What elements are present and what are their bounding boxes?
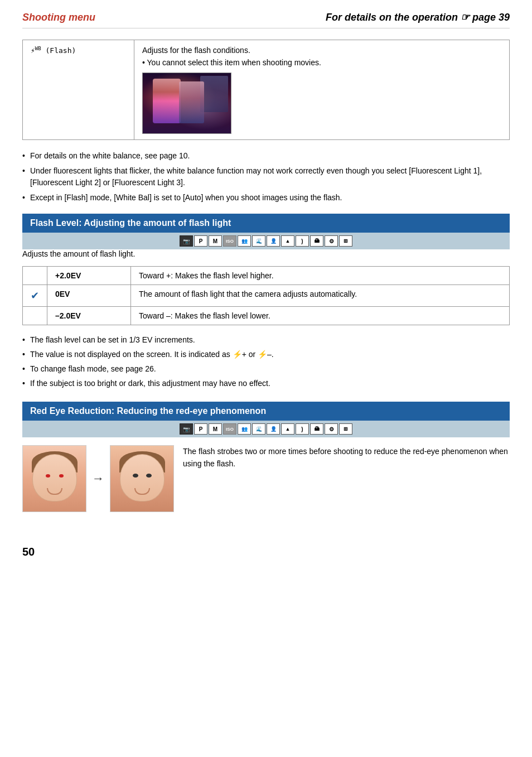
- flash-desc-line1: Adjusts for the flash conditions.: [142, 46, 501, 55]
- ev-minus2: –2.0EV: [47, 307, 131, 325]
- table-row-0ev: ✔ 0EV The amount of flash light that the…: [23, 285, 510, 307]
- check-minus2: [23, 307, 47, 325]
- after-photo: [110, 445, 174, 512]
- ev-0: 0EV: [47, 285, 131, 307]
- re-mode-m: M: [209, 423, 222, 435]
- flash-notes-list: For details on the white balance, see pa…: [22, 150, 510, 204]
- red-eye-mode-bar: 📷 P M ISO 👥 🌊 👤 ▲ ) 🏔 ⚙ ⊞: [22, 421, 510, 437]
- flash-wb-table: ⚡WB (Flash) Adjusts for the flash condit…: [22, 40, 510, 140]
- check-plus2: [23, 267, 47, 285]
- re-mode-scene5: ): [296, 423, 309, 435]
- flash-level-mode-bar: 📷 P M ISO 👥 🌊 👤 ▲ ) 🏔 ⚙ ⊞: [22, 233, 510, 249]
- normal-eye-right: [146, 474, 152, 478]
- red-eye-header: Red Eye Reduction: Reducing the red-eye …: [22, 402, 510, 421]
- flash-note-1: For details on the white balance, see pa…: [22, 150, 510, 162]
- flash-level-note-3: To change flash mode, see page 26.: [22, 363, 510, 375]
- flash-desc-cell: Adjusts for the flash conditions. • You …: [134, 40, 510, 140]
- mode-scene8: ⊞: [339, 235, 352, 247]
- mouth-before: [47, 488, 62, 495]
- re-mode-scene2: 🌊: [252, 423, 265, 435]
- table-row-plus2: +2.0EV Toward +: Makes the flash level h…: [23, 267, 510, 285]
- mode-scene1: 👥: [238, 235, 251, 247]
- flash-level-note-1: The flash level can be set in 1/3 EV inc…: [22, 334, 510, 346]
- normal-eye-left: [133, 474, 138, 478]
- red-eye-description: The flash strobes two or more times befo…: [183, 445, 510, 470]
- flash-level-note-4: If the subject is too bright or dark, th…: [22, 378, 510, 389]
- re-mode-camera-icon: 📷: [180, 423, 193, 435]
- page-reference: For details on the operation ☞ page 39: [326, 11, 510, 23]
- red-eye-left: [46, 474, 50, 478]
- re-mode-iso: ISO: [223, 423, 236, 435]
- re-mode-scene3: 👤: [267, 423, 280, 435]
- mode-scene4: ▲: [281, 235, 294, 247]
- flash-label-cell: ⚡WB (Flash): [23, 40, 134, 140]
- flash-symbol: ⚡WB (Flash): [31, 46, 76, 55]
- mouth-after: [134, 488, 150, 495]
- mode-scene6: 🏔: [310, 235, 323, 247]
- re-mode-scene7: ⚙: [325, 423, 338, 435]
- flash-note-2: Under fluorescent lights that flicker, t…: [22, 165, 510, 189]
- mode-camera-icon: 📷: [180, 235, 193, 247]
- re-mode-scene8: ⊞: [339, 423, 352, 435]
- sample-image-inner: [143, 73, 231, 133]
- desc-minus2: Toward –: Makes the flash level lower.: [131, 307, 510, 325]
- flash-note-3: Except in [Flash] mode, [White Bal] is s…: [22, 192, 510, 204]
- page-footer: 50: [22, 546, 510, 558]
- re-mode-scene4: ▲: [281, 423, 294, 435]
- before-after-images: →: [22, 445, 174, 512]
- bg-figure: [200, 76, 228, 112]
- person2-figure: [179, 81, 204, 123]
- red-eye-right: [59, 474, 64, 478]
- mode-iso: ISO: [223, 235, 236, 247]
- flash-desc-line2: • You cannot select this item when shoot…: [142, 58, 501, 67]
- section-title: Shooting menu: [22, 12, 95, 23]
- flash-level-title: Flash Level: Adjusting the amount of fla…: [30, 218, 231, 228]
- desc-0ev: The amount of flash light that the camer…: [131, 285, 510, 307]
- before-after-arrow: →: [92, 471, 104, 486]
- mode-scene2: 🌊: [252, 235, 265, 247]
- page-header: Shooting menu For details on the operati…: [22, 11, 510, 28]
- re-mode-p: P: [194, 423, 207, 435]
- mode-scene3: 👤: [267, 235, 280, 247]
- table-row: ⚡WB (Flash) Adjusts for the flash condit…: [23, 40, 510, 140]
- flash-level-table: +2.0EV Toward +: Makes the flash level h…: [22, 266, 510, 325]
- mode-m: M: [209, 235, 222, 247]
- face-circle-after: [120, 454, 165, 502]
- check-0ev: ✔: [23, 285, 47, 307]
- flash-level-header: Flash Level: Adjusting the amount of fla…: [22, 214, 510, 233]
- face-circle-before: [32, 454, 77, 502]
- table-row-minus2: –2.0EV Toward –: Makes the flash level l…: [23, 307, 510, 325]
- page-number: 50: [22, 546, 35, 558]
- flash-sample-image: [142, 73, 231, 134]
- red-eye-title: Red Eye Reduction: Reducing the red-eye …: [30, 406, 266, 416]
- flash-level-notes: The flash level can be set in 1/3 EV inc…: [22, 334, 510, 389]
- flash-level-note-2: The value is not displayed on the screen…: [22, 349, 510, 360]
- re-mode-scene6: 🏔: [310, 423, 323, 435]
- mode-scene5: ): [296, 235, 309, 247]
- ev-plus2: +2.0EV: [47, 267, 131, 285]
- mode-scene7: ⚙: [325, 235, 338, 247]
- red-eye-content: → The flash strobes two or more times be…: [22, 445, 510, 512]
- ref-text: For details on the operation ☞ page 39: [326, 12, 510, 23]
- person1-figure: [153, 79, 181, 123]
- mode-p: P: [194, 235, 207, 247]
- before-photo: [22, 445, 86, 512]
- re-mode-scene1: 👥: [238, 423, 251, 435]
- desc-plus2: Toward +: Makes the flash level higher.: [131, 267, 510, 285]
- flash-level-intro: Adjusts the amount of flash light.: [22, 249, 510, 258]
- checkmark-icon: ✔: [31, 290, 39, 301]
